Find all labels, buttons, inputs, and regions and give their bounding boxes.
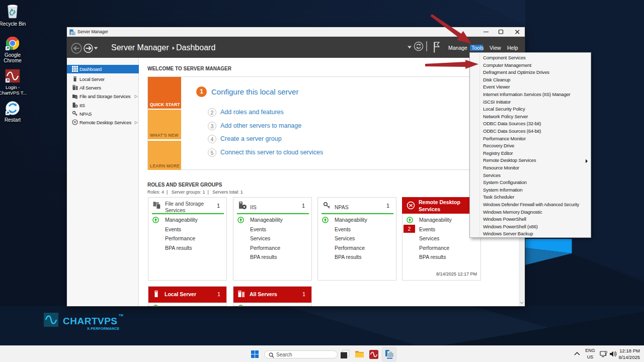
svg-text:CHARTVPS: CHARTVPS — [63, 316, 118, 326]
svg-text:TM: TM — [119, 314, 123, 317]
svg-text:X-PERFORMANCE: X-PERFORMANCE — [87, 327, 120, 330]
